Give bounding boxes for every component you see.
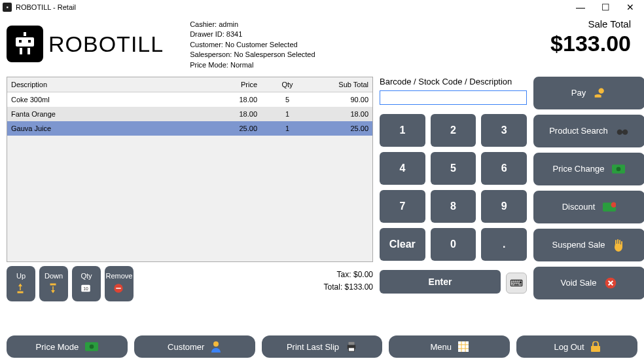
- discount-icon: [603, 201, 616, 214]
- qty-icon: 10: [80, 282, 93, 296]
- hand-up-icon: [14, 282, 27, 296]
- product-search-button[interactable]: Product Search: [533, 115, 644, 147]
- tax-label: Tax:: [337, 270, 351, 279]
- svg-rect-23: [349, 342, 355, 345]
- product-search-label: Product Search: [549, 126, 608, 136]
- total-value: $133.00: [345, 282, 373, 292]
- menu-label: Menu: [431, 342, 452, 352]
- key-dot[interactable]: .: [481, 228, 527, 261]
- window-close-button[interactable]: ✕: [624, 2, 636, 12]
- price-change-button[interactable]: Price Change: [533, 153, 644, 185]
- sale-total: Sale Total $133.00: [550, 18, 637, 70]
- window-maximize-button[interactable]: ☐: [599, 2, 611, 12]
- onscreen-keyboard-button[interactable]: ⌨: [506, 273, 527, 294]
- key-0[interactable]: 0: [431, 228, 476, 261]
- down-button[interactable]: Down: [39, 266, 68, 301]
- key-6[interactable]: 6: [481, 152, 527, 185]
- suspend-sale-button[interactable]: Suspend Sale: [533, 229, 644, 261]
- svg-rect-26: [591, 346, 600, 352]
- window-minimize-button[interactable]: —: [575, 2, 586, 12]
- pay-button[interactable]: Pay: [533, 77, 644, 109]
- discount-button[interactable]: Discount: [533, 191, 644, 223]
- cashier-label: Cashier:: [190, 20, 217, 28]
- key-enter[interactable]: Enter: [380, 270, 501, 294]
- session-info: Cashier: admin Drawer ID: 8341 Customer:…: [190, 18, 315, 70]
- key-7[interactable]: 7: [380, 190, 425, 223]
- key-clear[interactable]: Clear: [380, 228, 425, 261]
- cash-icon: [612, 162, 625, 176]
- void-icon: [604, 277, 617, 290]
- cell-qty: 5: [261, 92, 313, 107]
- cart-panel: Description Price Qty Sub Total Coke 300…: [7, 77, 373, 262]
- cart-header: Description Price Qty Sub Total: [7, 77, 372, 92]
- key-1[interactable]: 1: [380, 114, 425, 147]
- svg-point-10: [599, 88, 604, 93]
- suspend-label: Suspend Sale: [552, 240, 605, 250]
- cart-row[interactable]: Gauva Juice25.00125.00: [7, 121, 372, 136]
- action-column: Pay Product Search Price Change Discount…: [533, 77, 644, 301]
- price-mode-label: Price Mode: [36, 342, 79, 352]
- remove-label: Remove: [106, 272, 133, 280]
- qty-label: Qty: [80, 272, 92, 280]
- svg-rect-0: [16, 37, 34, 47]
- cell-description: Coke 300ml: [7, 92, 209, 107]
- barcode-label: Barcode / Stock Code / Description: [380, 77, 527, 86]
- app-icon: ▪: [3, 3, 12, 12]
- col-price: Price: [209, 77, 261, 92]
- printer-icon: [346, 341, 357, 352]
- up-button[interactable]: Up: [7, 266, 35, 301]
- logout-button[interactable]: Log Out: [516, 335, 637, 358]
- cart-row[interactable]: Fanta Orange18.00118.00: [7, 107, 372, 121]
- under-cart: Up Down Qty 10: [7, 266, 373, 301]
- hand-stop-icon: [613, 239, 626, 252]
- brand-icon: [7, 26, 43, 62]
- svg-rect-24: [349, 348, 355, 351]
- key-4[interactable]: 4: [380, 152, 425, 185]
- cart-row[interactable]: Coke 300ml18.00590.00: [7, 92, 372, 107]
- svg-rect-5: [28, 40, 31, 43]
- cashier-value: admin: [219, 20, 238, 28]
- menu-button[interactable]: Menu: [389, 335, 510, 358]
- keypad-column: Barcode / Stock Code / Description 1 2 3…: [380, 77, 527, 301]
- void-sale-button[interactable]: Void Sale: [533, 267, 644, 299]
- salesperson-label: Salesperson:: [190, 50, 232, 58]
- cell-price: 18.00: [209, 107, 261, 121]
- svg-rect-4: [19, 40, 22, 43]
- cell-subtotal: 25.00: [313, 121, 372, 136]
- svg-rect-1: [24, 32, 26, 36]
- key-8[interactable]: 8: [431, 190, 476, 223]
- price-mode-button[interactable]: Price Mode: [7, 335, 128, 358]
- cell-description: Fanta Orange: [7, 107, 209, 121]
- qty-button[interactable]: Qty 10: [72, 266, 101, 301]
- cell-description: Gauva Juice: [7, 121, 209, 136]
- cell-subtotal: 90.00: [313, 92, 372, 107]
- drawer-value: 8341: [226, 30, 242, 38]
- void-label: Void Sale: [561, 278, 597, 288]
- key-3[interactable]: 3: [481, 114, 527, 147]
- key-5[interactable]: 5: [431, 152, 476, 185]
- up-label: Up: [16, 272, 26, 280]
- title-bar: ▪ ROBOTILL - Retail — ☐ ✕: [0, 0, 644, 14]
- cell-qty: 1: [261, 107, 313, 121]
- col-description: Description: [7, 77, 209, 92]
- print-label: Print Last Slip: [287, 342, 339, 352]
- customer-button[interactable]: Customer: [134, 335, 255, 358]
- print-last-slip-button[interactable]: Print Last Slip: [262, 335, 383, 358]
- hand-down-icon: [47, 282, 60, 296]
- remove-icon: [113, 282, 126, 296]
- key-2[interactable]: 2: [431, 114, 476, 147]
- barcode-input[interactable]: [380, 90, 527, 105]
- discount-label: Discount: [562, 202, 596, 212]
- grid-icon: [458, 341, 469, 352]
- remove-button[interactable]: Remove: [105, 266, 134, 301]
- cell-qty: 1: [261, 121, 313, 136]
- svg-rect-3: [27, 48, 30, 54]
- col-subtotal: Sub Total: [313, 77, 372, 92]
- cell-price: 25.00: [209, 121, 261, 136]
- svg-point-20: [90, 345, 94, 349]
- brand: ROBOTILL: [7, 18, 164, 70]
- key-9[interactable]: 9: [481, 190, 527, 223]
- svg-point-15: [617, 167, 621, 172]
- drawer-label: Drawer ID:: [190, 30, 224, 38]
- pricemode-label: Price Mode:: [190, 61, 228, 69]
